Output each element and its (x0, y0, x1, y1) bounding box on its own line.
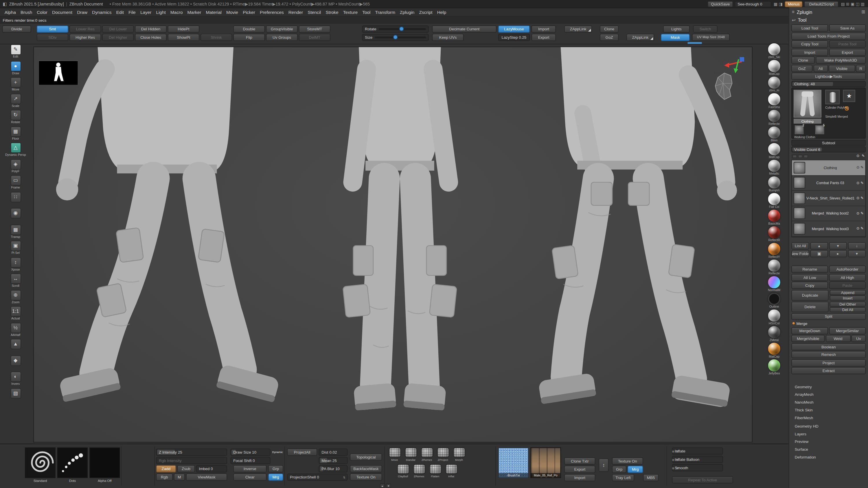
boolean-button[interactable]: Boolean (791, 343, 866, 350)
keep-uvs-button[interactable]: Keep UVs (432, 34, 464, 41)
shelf-tool-button[interactable]: ◉ (3, 208, 28, 222)
polypaint-brush-icon[interactable]: ✎ (861, 212, 863, 215)
export-tool-button[interactable]: Export (829, 48, 866, 56)
see-through-slider[interactable]: See-through 0 (735, 1, 772, 7)
shelf-button[interactable]: Del Lower (102, 25, 134, 32)
quicksave-button[interactable]: QuickSave (708, 1, 733, 7)
titlebar-icon[interactable]: ▤ (840, 1, 845, 6)
visibility-eye-icon[interactable]: ⊙ (857, 154, 859, 158)
import-tool-button[interactable]: Import (791, 48, 828, 56)
palette-section-header[interactable]: Preview (791, 438, 866, 446)
m-button[interactable]: M (174, 474, 185, 481)
shelf-tool-button[interactable]: ● Draw (3, 61, 28, 75)
document-canvas[interactable] (33, 46, 752, 442)
current-brush-thumbnail[interactable] (25, 448, 56, 478)
subtool-down-button[interactable]: ▾ (829, 242, 847, 249)
material-swatch[interactable]: FastSha (768, 93, 780, 109)
menu-item[interactable]: Tool (360, 10, 373, 15)
shelf-tool-button[interactable]: ⊕ Zoom (3, 290, 28, 304)
shelf-tool-button[interactable]: ∷ (3, 192, 28, 206)
tool-palette-header[interactable]: ↩ Tool (791, 17, 866, 24)
uv-map-size-slider[interactable] (687, 42, 702, 44)
insert-button[interactable]: Insert (830, 295, 866, 300)
material-swatch[interactable]: NormalM (768, 276, 780, 292)
shelf-button[interactable]: Higher Res (69, 34, 101, 41)
current-tool-thumbnail[interactable] (794, 90, 822, 118)
menu-item[interactable]: Zplugin (398, 10, 416, 15)
projectall-button[interactable]: ProjectAll (287, 449, 317, 456)
palette-section-header[interactable]: Surface (791, 446, 866, 453)
divide-button[interactable]: Divide (2, 25, 31, 32)
material-swatch[interactable]: HSVCol (768, 310, 780, 325)
shelf-tool-button[interactable]: ▩ Transp (3, 224, 28, 239)
shelf-button[interactable]: HidePt (168, 25, 199, 32)
duplicate-button[interactable]: Duplicate (791, 290, 829, 300)
rotate-slider-track[interactable] (378, 28, 426, 30)
size-slider[interactable]: Size (362, 34, 429, 41)
z-intensity-slider[interactable]: Z Intensity 25 (156, 449, 227, 456)
copy-subtool-button[interactable]: Copy (791, 282, 828, 289)
zapplink-button-2[interactable]: ZAppLink (626, 34, 654, 41)
shelf-tool-button[interactable]: ✎ Edit (3, 44, 28, 59)
shelf-button[interactable]: StoreMT (299, 25, 331, 32)
shelf-button[interactable]: Shrink (200, 34, 232, 41)
del-other-button[interactable]: Del Other (830, 301, 866, 306)
lazymouse-button[interactable]: LazyMouse (498, 25, 530, 32)
menus-button[interactable]: Menus (785, 1, 803, 7)
zplugin-palette-header[interactable]: ≡ Zplugin ⊞ (791, 8, 866, 15)
material-swatch[interactable]: BumpVi (768, 176, 780, 192)
save-as-button[interactable]: Save As (829, 24, 866, 32)
material-swatch[interactable]: BasicMa (768, 209, 780, 226)
mesh-preset-button[interactable]: Flatten (428, 464, 443, 478)
export-button[interactable]: Export (531, 34, 556, 41)
material-swatch[interactable]: ReflectY (768, 243, 780, 259)
material-swatch[interactable]: ZMetal (768, 326, 780, 342)
grp-button[interactable]: Grp (268, 465, 283, 473)
current-stroke-thumbnail[interactable] (57, 448, 88, 478)
titlebar-icon[interactable]: ◨ (778, 1, 783, 6)
deformation-slider[interactable]: Inflate (672, 448, 723, 455)
size-slider-track[interactable] (375, 36, 426, 38)
tool-thumbnail-cylinder[interactable] (825, 90, 840, 104)
shelf-tool-button[interactable]: ▣ Pt Sel (3, 240, 28, 255)
menu-item[interactable]: Alpha (2, 10, 18, 15)
shelf-button[interactable]: SDiv (37, 34, 68, 41)
shelf-tool-button[interactable]: ↻ Rotate (3, 110, 28, 124)
mergedown-button[interactable]: MergeDown (791, 327, 828, 334)
palette-section-header[interactable]: NanoMesh (791, 398, 866, 406)
goz-r-button[interactable]: R (856, 64, 866, 72)
all-low-button[interactable]: All Low (791, 274, 828, 281)
repeat-to-active-button[interactable]: Repeat To Active (672, 477, 733, 484)
material-swatch[interactable]: zbro_m (768, 76, 780, 93)
palette-section-header[interactable]: FiberMesh (791, 414, 866, 422)
mb5-button[interactable]: MB5 (643, 474, 659, 481)
list-all-button[interactable]: List All (791, 242, 809, 249)
shelf-tool-button[interactable]: + Move (3, 77, 28, 92)
subtool-row[interactable]: Combat Pants 03 ⊙ ✎ (792, 175, 865, 191)
load-tool-button[interactable]: Load Tool (791, 24, 828, 32)
polypaint-brush-icon[interactable]: ✎ (861, 196, 863, 200)
mesh-preset-button[interactable]: ZRemes (411, 464, 427, 478)
material-swatch[interactable]: Metallic (768, 160, 780, 175)
menu-item[interactable]: Edit (114, 10, 126, 15)
shelf-button[interactable]: Smt (37, 25, 68, 32)
palette-section-header[interactable]: Geometry HD (791, 422, 866, 430)
clone-txtr-button[interactable]: Clone Txtr (564, 457, 595, 464)
menu-item[interactable]: Transform (373, 10, 398, 15)
mesh-preset-button[interactable]: Move (387, 448, 402, 461)
visible-count-slider[interactable]: Visible Count 6 (791, 146, 866, 152)
menu-item[interactable]: Stencil (305, 10, 323, 15)
menu-item[interactable]: Zscript (416, 10, 435, 15)
material-swatch[interactable]: zbro_Ski (768, 43, 780, 59)
menu-item[interactable]: Color (34, 10, 50, 15)
document-preview-thumbnail[interactable] (38, 60, 78, 85)
rotate-slider[interactable]: Rotate (362, 25, 429, 32)
visibility-eye-icon[interactable]: ⊙ (857, 212, 859, 215)
shelf-tool-button[interactable]: ↔ Scroll (3, 273, 28, 288)
visibility-eye-icon[interactable]: ⊙ (857, 181, 859, 185)
polypaint-brush-icon[interactable]: ✎ (861, 227, 863, 230)
shelf-tool-button[interactable]: ½ AAHalf (3, 322, 28, 337)
goz-button[interactable]: GoZ (600, 34, 619, 41)
subtool-section-header[interactable]: Subtool (791, 139, 866, 145)
folder-arrow-button[interactable]: ▸ (829, 250, 847, 257)
